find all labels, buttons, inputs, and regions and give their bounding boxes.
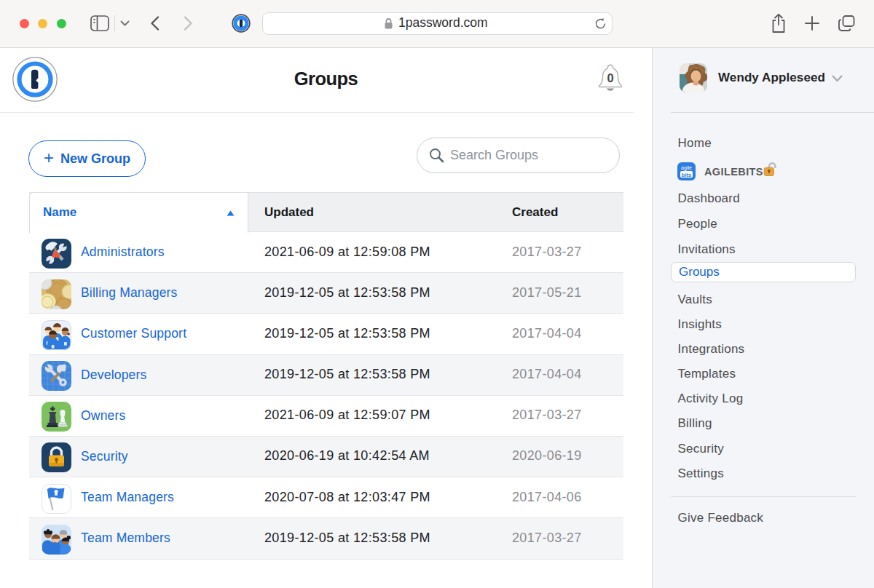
svg-text:0: 0 xyxy=(607,71,613,84)
svg-text:agile: agile xyxy=(681,165,692,171)
svg-text:bits: bits xyxy=(682,172,691,178)
